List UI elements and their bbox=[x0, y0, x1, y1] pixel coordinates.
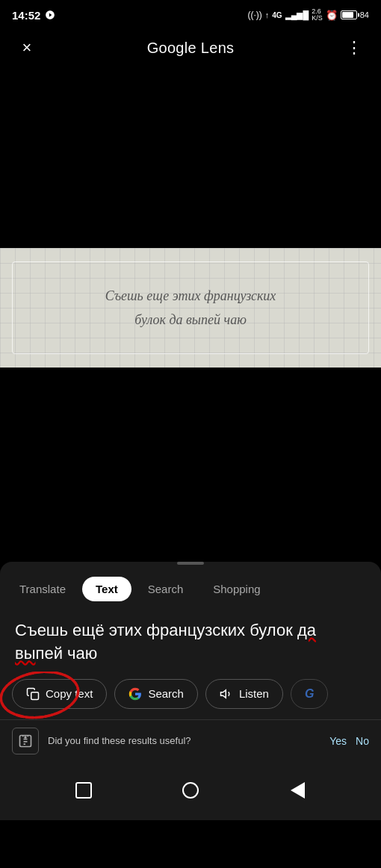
navigation-bar bbox=[0, 765, 381, 820]
handwriting-content: Съешь еще этих французских булок да выпе… bbox=[99, 278, 282, 338]
feedback-yes-button[interactable]: Yes bbox=[329, 735, 347, 747]
recognized-text-line1: Съешь ещё этих французских булок bbox=[15, 621, 297, 639]
panel-handle bbox=[177, 562, 204, 565]
signal-icon bbox=[45, 10, 55, 20]
feedback-row: Did you find these results useful? Yes N… bbox=[0, 719, 381, 765]
home-button[interactable] bbox=[174, 774, 207, 807]
close-icon: × bbox=[22, 38, 32, 58]
alarm-icon: ⏰ bbox=[326, 10, 338, 21]
speaker-icon bbox=[220, 687, 233, 701]
translate-icon: G bbox=[305, 687, 314, 701]
listen-button[interactable]: Listen bbox=[205, 679, 283, 709]
feedback-question: Did you find these results useful? bbox=[48, 734, 320, 748]
status-bar: 14:52 ((·)) ↑ 4G ▂▄▆█ 2.6K/S ⏰ 84 bbox=[0, 0, 381, 27]
svg-point-8 bbox=[25, 737, 26, 738]
camera-view-middle: Съешь еще этих французских булок да выпе… bbox=[0, 248, 381, 368]
handwriting-line1: Съешь еще этих французских bbox=[105, 288, 276, 303]
bottom-panel: Translate Text Search Shopping Съешь ещё… bbox=[0, 562, 381, 820]
feedback-icon bbox=[12, 728, 39, 754]
handwriting-line2: булок да выпей чаю bbox=[134, 312, 247, 327]
tab-text-label: Text bbox=[96, 583, 118, 595]
recognized-text: Съешь ещё этих французских булок да выпе… bbox=[0, 607, 381, 672]
time-display: 14:52 bbox=[12, 9, 40, 22]
recent-apps-button[interactable] bbox=[67, 774, 100, 807]
google-logo-icon bbox=[128, 687, 142, 701]
svg-marker-3 bbox=[220, 689, 226, 698]
more-options-icon: ⋮ bbox=[346, 38, 363, 58]
feedback-symbol-icon bbox=[18, 734, 33, 748]
tab-text[interactable]: Text bbox=[82, 577, 131, 601]
battery-percentage: 84 bbox=[360, 10, 369, 19]
back-icon bbox=[291, 782, 305, 799]
copy-icon bbox=[26, 687, 40, 701]
status-indicators: ((·)) ↑ 4G ▂▄▆█ 2.6K/S ⏰ 84 bbox=[247, 8, 369, 22]
handwriting-detection-box: Съешь еще этих французских булок да выпе… bbox=[12, 261, 369, 354]
signal-strength: ▂▄▆█ bbox=[285, 10, 309, 20]
tab-search-label: Search bbox=[148, 583, 184, 595]
feedback-no-button[interactable]: No bbox=[356, 735, 369, 747]
tab-translate[interactable]: Translate bbox=[6, 577, 79, 601]
copy-text-button[interactable]: Copy text bbox=[12, 679, 107, 709]
recognized-text-line2: пей чаю bbox=[36, 644, 98, 663]
tabs-row: Translate Text Search Shopping bbox=[0, 568, 381, 607]
listen-label: Listen bbox=[239, 687, 269, 700]
app-title: Google Lens bbox=[147, 40, 235, 57]
search-button[interactable]: Search bbox=[114, 679, 198, 709]
status-time: 14:52 bbox=[12, 9, 55, 22]
google-icon bbox=[128, 687, 142, 701]
svg-rect-0 bbox=[31, 692, 39, 699]
back-button[interactable] bbox=[281, 774, 314, 807]
camera-view-bottom bbox=[0, 368, 381, 562]
tab-search[interactable]: Search bbox=[134, 577, 197, 601]
close-button[interactable]: × bbox=[12, 33, 42, 63]
recent-apps-icon bbox=[75, 782, 92, 799]
signal-bars: ↑ bbox=[265, 10, 270, 19]
more-options-button[interactable]: ⋮ bbox=[339, 33, 369, 63]
data-speed: 2.6K/S bbox=[312, 8, 323, 22]
copy-text-label: Copy text bbox=[46, 687, 93, 700]
feedback-buttons: Yes No bbox=[329, 735, 369, 747]
app-bar: × Google Lens ⋮ bbox=[0, 27, 381, 69]
action-buttons-row: Copy text Search bbox=[0, 672, 381, 719]
battery-icon bbox=[341, 10, 357, 19]
camera-view-top bbox=[0, 69, 381, 248]
tab-shopping[interactable]: Shopping bbox=[199, 577, 273, 601]
radio-icon: ((·)) bbox=[247, 10, 261, 20]
search-label: Search bbox=[148, 687, 184, 700]
home-icon bbox=[182, 782, 199, 799]
translate-button[interactable]: G bbox=[291, 679, 328, 709]
tab-shopping-label: Shopping bbox=[213, 583, 260, 595]
tab-translate-label: Translate bbox=[19, 583, 66, 595]
network-type: 4G bbox=[272, 11, 282, 19]
